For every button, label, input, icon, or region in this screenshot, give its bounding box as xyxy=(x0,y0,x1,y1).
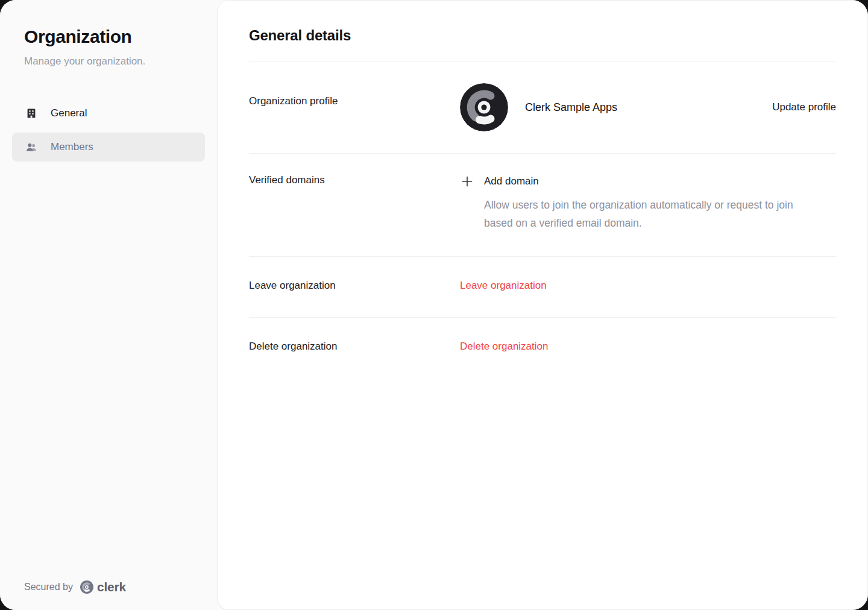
update-profile-button[interactable]: Update profile xyxy=(772,101,836,113)
row-label: Verified domains xyxy=(249,174,460,186)
verified-domains-row: Verified domains Add domain Allow users … xyxy=(249,153,836,256)
page-subtitle: Manage your organization. xyxy=(24,55,193,68)
organization-modal: Organization Manage your organization. G… xyxy=(0,0,868,610)
secured-by-clerk: Secured by clerk xyxy=(24,580,126,594)
add-domain-label: Add domain xyxy=(484,175,539,187)
sidebar-item-members[interactable]: Members xyxy=(12,133,205,162)
clerk-brand-link[interactable]: clerk xyxy=(80,580,126,594)
sidebar-item-label: General xyxy=(51,107,87,119)
organization-profile-row: Organization profile Clerk Sample Apps U… xyxy=(249,61,836,153)
building-icon xyxy=(25,107,37,119)
row-label: Delete organization xyxy=(249,341,460,353)
add-domain-description: Allow users to join the organization aut… xyxy=(460,196,797,232)
leave-organization-button[interactable]: Leave organization xyxy=(460,280,547,292)
sidebar-nav: General Members xyxy=(12,99,205,162)
row-label: Organization profile xyxy=(249,83,460,107)
organization-name: Clerk Sample Apps xyxy=(525,101,617,114)
secured-by-label: Secured by xyxy=(24,582,73,593)
delete-organization-row: Delete organization Delete organization xyxy=(249,317,836,378)
clerk-mark-icon xyxy=(80,580,93,594)
clerk-wordmark: clerk xyxy=(97,580,126,594)
page-title: Organization xyxy=(24,27,193,47)
members-icon xyxy=(25,141,37,153)
sidebar-item-general[interactable]: General xyxy=(12,99,205,128)
leave-organization-row: Leave organization Leave organization xyxy=(249,256,836,317)
sidebar-item-label: Members xyxy=(51,141,93,153)
section-heading: General details xyxy=(249,1,836,61)
add-domain-button[interactable]: Add domain xyxy=(460,174,539,189)
sidebar: Organization Manage your organization. G… xyxy=(0,0,217,610)
plus-icon xyxy=(460,174,474,189)
delete-organization-button[interactable]: Delete organization xyxy=(460,341,548,353)
row-label: Leave organization xyxy=(249,280,460,292)
organization-avatar xyxy=(460,83,508,131)
general-details-panel: General details Organization profile Cle… xyxy=(217,0,868,610)
